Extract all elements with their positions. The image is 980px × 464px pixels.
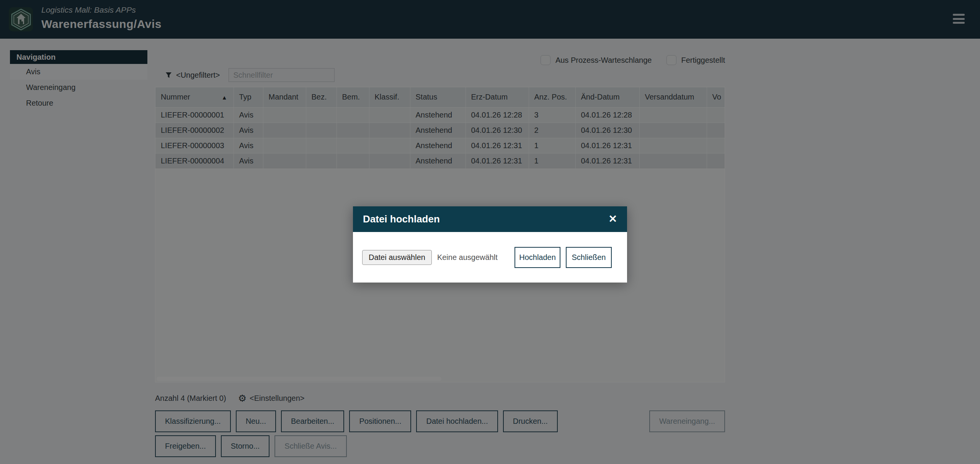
upload-dialog-header: Datei hochladen ✕ — [353, 206, 627, 232]
upload-dialog-body: Datei auswählen Keine ausgewählt Hochlad… — [353, 232, 627, 283]
upload-button[interactable]: Hochladen — [514, 247, 560, 268]
close-icon[interactable]: ✕ — [608, 214, 617, 224]
file-selection-status: Keine ausgewählt — [437, 253, 498, 262]
close-dialog-button[interactable]: Schließen — [566, 247, 612, 268]
upload-dialog: Datei hochladen ✕ Datei auswählen Keine … — [353, 206, 627, 283]
upload-dialog-title: Datei hochladen — [363, 213, 440, 225]
choose-file-button[interactable]: Datei auswählen — [362, 250, 432, 265]
